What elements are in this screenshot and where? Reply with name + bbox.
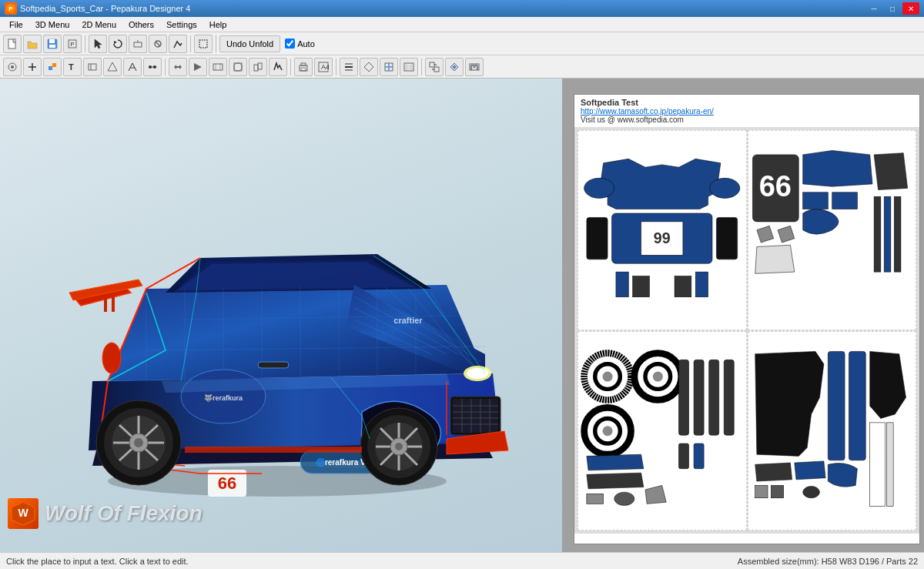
auto-checkbox[interactable]: [285, 38, 295, 49]
tb2-btn19[interactable]: [400, 58, 418, 76]
svg-point-144: [710, 178, 740, 198]
watermark-text: Wolf Of Flexion: [45, 501, 203, 526]
menu-settings[interactable]: Settings: [160, 17, 203, 32]
toolbar1: P Undo Unfold Auto: [0, 32, 924, 55]
car-rendering: 🐺rerafkura 66 🌀rerafkura Viewer: [0, 86, 562, 552]
svg-rect-138: [716, 217, 737, 259]
svg-point-16: [11, 65, 14, 69]
status-right: Assembled size(mm): H58 W83 D196 / Parts…: [738, 557, 918, 566]
paper-cell-3: [578, 331, 747, 531]
tb2-btn18[interactable]: [380, 58, 398, 76]
tb2-btn6[interactable]: [103, 58, 122, 76]
tb2-btn2[interactable]: [23, 58, 42, 76]
tb2-btn15[interactable]: A4: [314, 58, 333, 76]
close-button[interactable]: ✕: [902, 2, 919, 15]
menu-help[interactable]: Help: [203, 17, 233, 32]
auto-label: Auto: [297, 39, 315, 49]
svg-text:W: W: [18, 507, 28, 519]
tb2-btn10[interactable]: [189, 58, 207, 76]
maximize-button[interactable]: □: [884, 2, 901, 15]
tb2-sep3: [336, 59, 336, 75]
tb2-sep2: [290, 59, 291, 75]
paper-visit: Visit us @ www.softpedia.com: [581, 115, 913, 124]
tb2-printer[interactable]: [294, 58, 313, 76]
rotate-button[interactable]: [109, 35, 127, 53]
tb2-btn5[interactable]: [83, 58, 102, 76]
svg-point-162: [603, 371, 613, 381]
tool5[interactable]: [169, 35, 187, 53]
tb2-btn4[interactable]: T: [63, 58, 82, 76]
svg-rect-37: [301, 68, 306, 71]
svg-text:A4: A4: [321, 63, 329, 71]
tb2-btn21[interactable]: [445, 58, 464, 76]
tb2-btn3[interactable]: [43, 58, 62, 76]
menu-others[interactable]: Others: [122, 17, 160, 32]
select-button[interactable]: [89, 35, 107, 53]
tb2-btn12[interactable]: [229, 58, 247, 76]
tool4[interactable]: [149, 35, 167, 53]
svg-text:66: 66: [218, 474, 236, 493]
svg-rect-47: [404, 63, 413, 71]
minimize-button[interactable]: ─: [865, 2, 882, 15]
tb2-btn22[interactable]: [465, 58, 484, 76]
tb2-btn11[interactable]: [209, 58, 227, 76]
tb2-btn7[interactable]: [123, 58, 142, 76]
svg-rect-167: [709, 360, 719, 435]
paper-area: Softpedia Test http://www.tamasoft.co.jp…: [574, 94, 920, 544]
tb2-sep1: [165, 59, 166, 75]
svg-rect-165: [679, 360, 689, 435]
separator2: [190, 35, 191, 52]
export-button[interactable]: P: [63, 35, 82, 53]
menubar: File 3D Menu 2D Menu Others Settings Hel…: [0, 17, 924, 32]
menu-3d[interactable]: 3D Menu: [29, 17, 76, 32]
svg-point-185: [802, 486, 819, 497]
svg-marker-171: [587, 454, 644, 470]
separator1: [85, 35, 85, 52]
undo-unfold-button[interactable]: Undo Unfold: [219, 35, 280, 52]
svg-rect-20: [89, 64, 96, 70]
svg-text:66: 66: [758, 170, 791, 202]
paper-title: Softpedia Test: [581, 98, 913, 107]
menu-file[interactable]: File: [3, 17, 29, 32]
tb2-btn17[interactable]: [360, 58, 378, 76]
window-title: Softpedia_Sports_Car - Pepakura Designer…: [20, 4, 190, 13]
svg-point-174: [614, 492, 634, 505]
2d-panel[interactable]: Softpedia Test http://www.tamasoft.co.jp…: [562, 79, 924, 552]
svg-text:P: P: [8, 5, 13, 12]
statusbar: Click the place to input a text. Click a…: [0, 552, 924, 569]
tb2-btn13[interactable]: [249, 58, 267, 76]
open-button[interactable]: [23, 35, 42, 53]
menu-2d[interactable]: 2D Menu: [75, 17, 122, 32]
main-area: 🐺rerafkura 66 🌀rerafkura Viewer: [0, 79, 924, 552]
app-icon: P: [5, 2, 17, 15]
svg-point-143: [584, 178, 614, 198]
svg-rect-180: [886, 422, 893, 506]
svg-rect-173: [587, 494, 604, 504]
tb2-btn20[interactable]: [425, 58, 444, 76]
save-button[interactable]: [43, 35, 62, 53]
tb2-btn9[interactable]: [169, 58, 187, 76]
tool6[interactable]: [194, 35, 213, 53]
svg-rect-141: [675, 276, 691, 297]
svg-rect-18: [52, 63, 56, 67]
tb2-btn8[interactable]: [143, 58, 162, 76]
svg-rect-179: [869, 422, 885, 506]
status-left: Click the place to input a text. Click a…: [6, 557, 189, 566]
tb2-btn14[interactable]: [269, 58, 287, 76]
svg-text:P: P: [70, 41, 74, 48]
svg-rect-166: [694, 360, 704, 435]
tb2-btn16[interactable]: [340, 58, 358, 76]
paper-url[interactable]: http://www.tamasoft.co.jp/pepakura-en/: [581, 107, 913, 115]
svg-rect-5: [49, 45, 55, 48]
3d-view[interactable]: 🐺rerafkura 66 🌀rerafkura Viewer: [0, 79, 562, 552]
svg-point-127: [102, 343, 121, 373]
svg-marker-43: [364, 62, 373, 72]
tool3[interactable]: [129, 35, 147, 53]
svg-marker-9: [114, 41, 117, 44]
titlebar-left: P Softpedia_Sports_Car - Pepakura Design…: [5, 2, 190, 15]
paper-url-link[interactable]: http://www.tamasoft.co.jp/pepakura-en/: [581, 107, 714, 115]
svg-rect-149: [832, 192, 857, 209]
tb2-btn1[interactable]: [3, 58, 22, 76]
svg-rect-14: [199, 40, 207, 48]
new-button[interactable]: [3, 35, 22, 53]
